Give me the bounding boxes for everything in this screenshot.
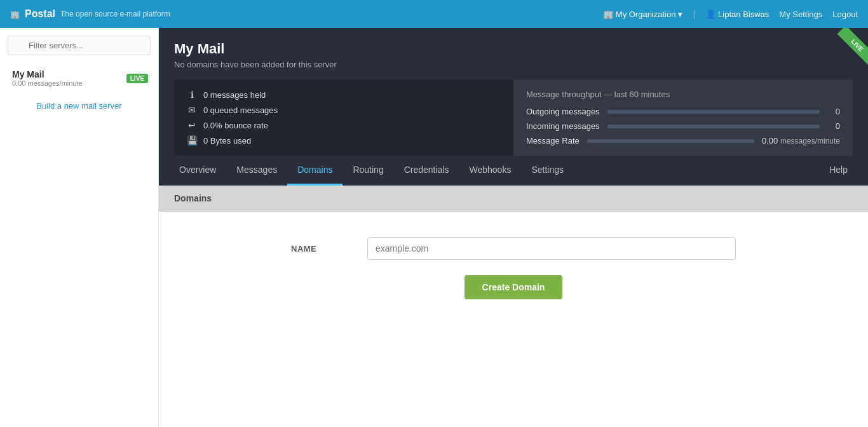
stat-queued-messages: ✉ 0 queued messages bbox=[187, 105, 501, 115]
live-badge: LIVE bbox=[126, 74, 148, 83]
tab-overview[interactable]: Overview bbox=[169, 156, 226, 186]
filter-wrapper: ⊕ bbox=[0, 36, 158, 63]
bytes-used-text: 0 Bytes used bbox=[203, 136, 251, 146]
throughput-title: Message throughput — last 60 minutes bbox=[526, 90, 840, 99]
caret-icon: ▾ bbox=[678, 10, 682, 19]
form-actions: Create Domain bbox=[184, 275, 843, 299]
tab-credentials[interactable]: Credentials bbox=[394, 156, 459, 186]
content-heading: Domains bbox=[159, 186, 868, 212]
message-rate-stat: Message Rate 0.00 messages/minute bbox=[526, 136, 840, 146]
content-body: NAME Create Domain bbox=[159, 212, 868, 427]
server-item[interactable]: My Mail 0.00 messages/minute LIVE bbox=[0, 63, 158, 93]
incoming-messages-stat: Incoming messages 0 bbox=[526, 121, 840, 131]
brand-logo: Postal bbox=[25, 8, 55, 20]
nav-tabs: Overview Messages Domains Routing Creden… bbox=[159, 156, 868, 186]
sidebar: ⊕ My Mail 0.00 messages/minute LIVE Buil… bbox=[0, 28, 159, 427]
building-icon: 🏢 bbox=[603, 10, 613, 19]
rate-bar-wrapper bbox=[587, 139, 754, 143]
domain-name-row: NAME bbox=[291, 237, 736, 260]
outgoing-label: Outgoing messages bbox=[526, 107, 600, 116]
tab-messages[interactable]: Messages bbox=[226, 156, 287, 186]
rate-unit: messages/minute bbox=[780, 137, 840, 146]
main-content: LIVE My Mail No domains have been added … bbox=[159, 28, 868, 427]
create-domain-button[interactable]: Create Domain bbox=[465, 275, 563, 299]
server-title: My Mail bbox=[174, 41, 853, 57]
live-corner-label: LIVE bbox=[837, 28, 868, 65]
nav-right: 🏢 My Organization ▾ | 👤 Liptan Biswas My… bbox=[603, 9, 858, 19]
tab-domains[interactable]: Domains bbox=[287, 156, 342, 186]
content-area: Domains NAME Create Domain bbox=[159, 186, 868, 427]
stats-box-right: Message throughput — last 60 minutes Out… bbox=[513, 79, 853, 156]
filter-container: ⊕ bbox=[8, 36, 151, 55]
queue-icon: ✉ bbox=[187, 105, 197, 115]
tab-routing[interactable]: Routing bbox=[342, 156, 393, 186]
person-icon: 👤 bbox=[705, 10, 715, 19]
rate-bar bbox=[587, 139, 754, 143]
info-icon: ℹ bbox=[187, 90, 197, 100]
my-settings-link[interactable]: My Settings bbox=[779, 10, 822, 19]
tab-help[interactable]: Help bbox=[819, 156, 858, 186]
server-name: My Mail bbox=[12, 69, 83, 79]
incoming-label: Incoming messages bbox=[526, 121, 600, 131]
outgoing-bar bbox=[607, 110, 820, 114]
server-subtitle: No domains have been added for this serv… bbox=[174, 60, 853, 69]
live-corner: LIVE bbox=[817, 28, 868, 79]
brand-tagline: The open source e-mail platform bbox=[60, 10, 170, 18]
bounce-rate-text: 0.0% bounce rate bbox=[203, 121, 268, 130]
separator: | bbox=[693, 9, 695, 19]
top-navigation: Postal The open source e-mail platform 🏢… bbox=[0, 0, 868, 28]
postal-icon bbox=[10, 9, 20, 19]
user-name: Liptan Biswas bbox=[718, 10, 769, 19]
logout-link[interactable]: Logout bbox=[832, 10, 858, 19]
filter-servers-input[interactable] bbox=[8, 36, 151, 55]
stat-bounce-rate: ↩ 0.0% bounce rate bbox=[187, 120, 501, 130]
outgoing-bar-wrapper bbox=[607, 110, 820, 114]
build-new-server-link[interactable]: Build a new mail server bbox=[0, 93, 158, 118]
domain-name-label: NAME bbox=[291, 244, 367, 254]
domain-name-input[interactable] bbox=[367, 237, 736, 260]
rate-value: 0.00 messages/minute bbox=[762, 136, 840, 146]
messages-held-text: 0 messages held bbox=[203, 90, 266, 100]
tab-webhooks[interactable]: Webhooks bbox=[459, 156, 522, 186]
org-label: My Organization bbox=[616, 10, 676, 19]
incoming-bar bbox=[607, 125, 820, 128]
queued-messages-text: 0 queued messages bbox=[203, 105, 278, 115]
outgoing-value: 0 bbox=[827, 107, 840, 116]
server-info: My Mail 0.00 messages/minute bbox=[12, 69, 83, 87]
stat-messages-held: ℹ 0 messages held bbox=[187, 90, 501, 100]
user-info: 👤 Liptan Biswas bbox=[705, 10, 769, 19]
stats-box-left: ℹ 0 messages held ✉ 0 queued messages ↩ … bbox=[174, 79, 513, 156]
stats-row: ℹ 0 messages held ✉ 0 queued messages ↩ … bbox=[174, 79, 853, 156]
incoming-value: 0 bbox=[827, 121, 840, 131]
server-header: LIVE My Mail No domains have been added … bbox=[159, 28, 868, 156]
tab-settings[interactable]: Settings bbox=[521, 156, 574, 186]
bounce-icon: ↩ bbox=[187, 120, 197, 130]
org-selector[interactable]: 🏢 My Organization ▾ bbox=[603, 10, 683, 19]
outgoing-messages-stat: Outgoing messages 0 bbox=[526, 107, 840, 116]
storage-icon: 💾 bbox=[187, 135, 197, 146]
brand: Postal The open source e-mail platform bbox=[10, 8, 170, 20]
stat-bytes-used: 💾 0 Bytes used bbox=[187, 135, 501, 146]
server-rate: 0.00 messages/minute bbox=[12, 79, 83, 87]
rate-label: Message Rate bbox=[526, 136, 580, 146]
incoming-bar-wrapper bbox=[607, 125, 820, 128]
layout: ⊕ My Mail 0.00 messages/minute LIVE Buil… bbox=[0, 28, 868, 427]
